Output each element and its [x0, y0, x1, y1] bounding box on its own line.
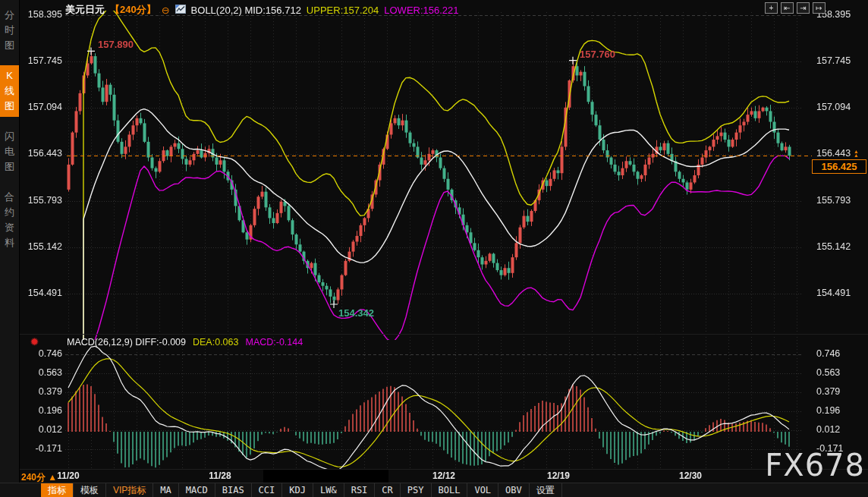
- macd-axis-label: 0.379: [816, 386, 866, 397]
- symbol-title: 美元日元: [65, 3, 105, 17]
- macd-axis-label: 0.196: [816, 405, 866, 416]
- chart-window: 分时图K线图闪电图合约资料 美元日元 【240分】 ⊖ BOLL(20,2) M…: [0, 0, 868, 497]
- macd-axis-label: 0.196: [18, 405, 62, 416]
- macd-axis-label: -0.171: [18, 443, 62, 454]
- toolbar-tab-设置[interactable]: 设置: [530, 483, 562, 497]
- macd-header: MACD(26,12,9) DIFF:-0.009 DEA:0.063 MACD…: [67, 337, 303, 348]
- indicator-settings-icon[interactable]: ✹: [30, 336, 39, 348]
- toolbar-tab-boll[interactable]: BOLL: [432, 483, 468, 497]
- toolbar-tab-ma[interactable]: MA: [153, 483, 178, 497]
- toolbar-tab-模板[interactable]: 模板: [74, 483, 106, 497]
- price-axis-label: 154.491: [816, 288, 866, 298]
- toolbar-tab-obv[interactable]: OBV: [498, 483, 530, 497]
- low-price-annotation: 154.342: [338, 307, 374, 319]
- macd-axis-label: 0.746: [816, 348, 866, 359]
- boll-indicator-icon: [175, 5, 186, 16]
- price-axis-label: 157.745: [18, 55, 62, 66]
- boll-lower-readout: LOWER:156.221: [384, 5, 458, 16]
- toolbar-tab-指标[interactable]: 指标: [41, 483, 74, 497]
- period-label[interactable]: 【240分】: [110, 3, 156, 17]
- date-axis-label: 12/12: [423, 470, 465, 481]
- toolbar-tab-cci[interactable]: CCI: [252, 483, 283, 497]
- date-axis-label: 12/30: [669, 470, 712, 481]
- high-price-annotation: 157.890: [98, 39, 134, 50]
- price-axis-label: 156.443: [816, 148, 866, 159]
- chart-tools: +⇤⇥↦: [765, 2, 826, 14]
- macd-axis-label: 0.563: [18, 367, 62, 378]
- toolbar-tab-bias[interactable]: BIAS: [215, 483, 252, 497]
- toolbar-tab-psy[interactable]: PSY: [401, 483, 432, 497]
- clock-icon[interactable]: ⊖: [162, 5, 170, 16]
- price-axis-label: 156.443: [18, 148, 62, 159]
- macd-axis-label: 0.563: [816, 367, 866, 378]
- price-axis-label: 158.395: [18, 9, 62, 20]
- price-axis-label: 155.793: [816, 195, 866, 206]
- price-chart-canvas[interactable]: [0, 0, 868, 497]
- chart-type-sidebar: 分时图K线图闪电图合约资料: [0, 0, 20, 497]
- goto-latest-icon[interactable]: ↦: [813, 2, 826, 14]
- expand-scale-icon[interactable]: ⇥: [797, 2, 810, 14]
- indicator-toolbar: 指标模板VIP指标MAMACDBIASCCIKDJLW&RSICRPSYBOLL…: [0, 483, 868, 497]
- macd-axis-label: -0.171: [816, 443, 866, 454]
- macd-axis-label: 0.746: [18, 348, 62, 359]
- toolbar-tab-vip指标[interactable]: VIP指标: [106, 483, 153, 497]
- high-price-annotation: 157.760: [580, 49, 615, 60]
- date-axis-label: 12/19: [537, 470, 580, 481]
- price-axis-label: 157.094: [18, 102, 62, 112]
- macd-dea-readout: DEA:0.063: [193, 337, 238, 348]
- macd-value-readout: MACD:-0.144: [245, 337, 303, 348]
- sidebar-item-contract-info[interactable]: 合约资料: [0, 187, 19, 253]
- price-axis-label: 157.745: [816, 55, 866, 66]
- sidebar-item-timeshare[interactable]: 分时图: [0, 5, 19, 56]
- redaction-box: [263, 470, 388, 483]
- toolbar-tab-lw&[interactable]: LW&: [313, 483, 344, 497]
- macd-diff-readout: MACD(26,12,9) DIFF:-0.009: [67, 337, 186, 348]
- sidebar-item-kline[interactable]: K线图: [0, 65, 19, 117]
- chart-header: 美元日元 【240分】 ⊖ BOLL(20,2) MID:156.712 UPP…: [65, 3, 459, 17]
- date-axis-label: 11/28: [199, 470, 241, 481]
- price-axis-label: 155.142: [18, 241, 62, 252]
- toolbar-tab-macd[interactable]: MACD: [179, 483, 215, 497]
- toolbar-tab-cr[interactable]: CR: [375, 483, 400, 497]
- toolbar-tab-vol[interactable]: VOL: [467, 483, 498, 497]
- price-up-marker-icon: ▲▲: [854, 149, 859, 157]
- toolbar-tab-rsi[interactable]: RSI: [344, 483, 376, 497]
- sidebar-item-flash[interactable]: 闪电图: [0, 126, 19, 178]
- boll-upper-readout: UPPER:157.204: [307, 5, 379, 16]
- boll-mid-readout: BOLL(20,2) MID:156.712: [191, 5, 301, 16]
- toolbar-tab-kdj[interactable]: KDJ: [282, 483, 313, 497]
- macd-axis-label: 0.012: [816, 424, 866, 435]
- price-axis-label: 157.094: [816, 102, 866, 112]
- price-axis-label: 155.793: [18, 195, 62, 206]
- compress-scale-icon[interactable]: ⇤: [781, 2, 794, 14]
- price-axis-label: 154.491: [18, 288, 62, 298]
- macd-axis-label: 0.379: [18, 386, 62, 397]
- price-axis-label: 155.142: [816, 241, 866, 252]
- crosshair-icon[interactable]: +: [765, 2, 778, 14]
- last-price-tag: 156.425: [812, 159, 866, 174]
- macd-axis-label: 0.012: [18, 424, 62, 435]
